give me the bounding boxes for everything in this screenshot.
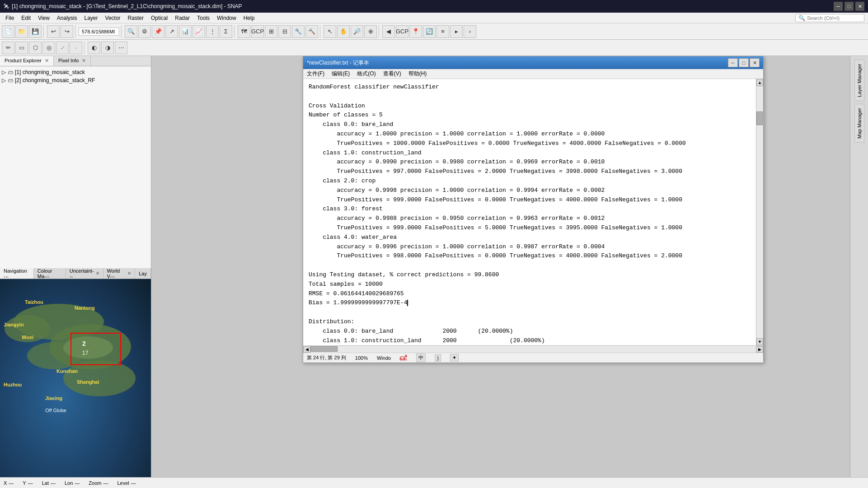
draw-button[interactable]: ✏	[2, 42, 14, 54]
notepad-menu-edit[interactable]: 编辑(E)	[328, 69, 353, 79]
maximize-button[interactable]: □	[845, 2, 854, 11]
band2-button[interactable]: ◑	[101, 42, 114, 54]
menu-radar[interactable]: Radar	[171, 14, 193, 22]
spectrum-button[interactable]: 📈	[192, 25, 205, 38]
grid-button[interactable]: ⊞	[265, 25, 277, 38]
map-area[interactable]: 2 17 Taizhou Nantong Jiangyin Wuxi Kunsh…	[0, 279, 151, 477]
tab-pixel-info-close[interactable]: ✕	[82, 58, 86, 63]
map-tab-world[interactable]: World V--- ✕	[103, 268, 136, 279]
zoom-in-button[interactable]: 🔍	[125, 25, 137, 38]
stats-button[interactable]: Σ	[220, 25, 232, 38]
menu-edit[interactable]: Edit	[18, 14, 34, 22]
map-manager-tab[interactable]: Map Manager	[854, 104, 864, 143]
map-tab-layer[interactable]: Lay	[135, 268, 151, 279]
cursor-button[interactable]: ↖	[324, 25, 336, 38]
band1-button[interactable]: ◐	[88, 42, 100, 54]
line-button[interactable]: ⟋	[56, 42, 69, 54]
scatter-button[interactable]: ⋮	[206, 25, 219, 38]
notepad-scrollbar-vertical[interactable]: ▲ ▼	[756, 79, 763, 345]
undo-button[interactable]: ↩	[47, 25, 60, 38]
menu-vector[interactable]: Vector	[102, 14, 124, 22]
menu-window[interactable]: Window	[213, 14, 240, 22]
minimize-button[interactable]: ─	[834, 2, 843, 11]
notepad-menu-view[interactable]: 查看(V)	[380, 69, 405, 79]
map-tab-navigation[interactable]: Navigation ---	[0, 268, 34, 279]
menu-analysis[interactable]: Analysis	[53, 14, 81, 22]
open-button[interactable]: 📁	[15, 25, 28, 38]
map-tab-uncertainty[interactable]: Uncertaint--- ✕	[66, 268, 103, 279]
notepad-content[interactable]: RandomForest classifier newClassifier Cr…	[303, 79, 756, 345]
poly-button[interactable]: ⬡	[29, 42, 42, 54]
notepad-maximize[interactable]: □	[739, 58, 749, 67]
scroll-right-button[interactable]: ▶	[756, 346, 763, 353]
chart-button[interactable]: 📊	[179, 25, 192, 38]
export-button[interactable]: ↗	[165, 25, 178, 38]
arrow-left-button[interactable]: ◀	[382, 25, 395, 38]
notepad-menu-help[interactable]: 帮助(H)	[405, 69, 431, 79]
scroll-thumb[interactable]	[756, 112, 763, 125]
redo-button[interactable]: ↪	[61, 25, 73, 38]
save-button[interactable]: 💾	[29, 25, 42, 38]
notepad-menu-file[interactable]: 文件(F)	[303, 69, 328, 79]
close-button[interactable]: ✕	[855, 2, 864, 11]
input-mode-half[interactable]: )	[435, 354, 441, 362]
sync-button[interactable]: 🔄	[423, 25, 436, 38]
pin2-button[interactable]: 📍	[409, 25, 422, 38]
input-mode-punc[interactable]: ✦	[450, 354, 459, 362]
tool1-button[interactable]: 🔧	[292, 25, 305, 38]
grid2-button[interactable]: ⊟	[278, 25, 291, 38]
menu-optical[interactable]: Optical	[147, 14, 171, 22]
tree-item-1[interactable]: ▷ 🗃 [1] chongming_mosaic_stack	[2, 68, 149, 76]
magnify-button[interactable]: 🔎	[351, 25, 363, 38]
pin-button[interactable]: 📌	[152, 25, 164, 38]
search-input[interactable]	[807, 15, 861, 21]
tab-pixel-info[interactable]: Pixel Info ✕	[54, 56, 91, 66]
tab-product-explorer-close[interactable]: ✕	[45, 58, 49, 63]
input-mode-zh[interactable]: 中	[416, 353, 426, 362]
map-tab-uncertainty-close[interactable]: ✕	[96, 271, 99, 276]
rect-button[interactable]: ▭	[15, 42, 28, 54]
tree-item-2[interactable]: ▷ 🗃 [2] chongming_mosaic_stack_RF	[2, 76, 149, 84]
menu-help[interactable]: Help	[240, 14, 258, 22]
scroll-track[interactable]	[756, 86, 763, 338]
tool2-button[interactable]: 🔨	[305, 25, 318, 38]
chevron-right[interactable]: ›	[464, 25, 476, 38]
menu-layer[interactable]: Layer	[81, 14, 102, 22]
tab-product-explorer[interactable]: Product Explorer ✕	[0, 56, 54, 66]
circle-button[interactable]: ◎	[42, 42, 55, 54]
zoom-fit-button[interactable]: ⊕	[364, 25, 377, 38]
scroll-up-button[interactable]: ▲	[756, 79, 763, 86]
layer-manager-tab[interactable]: Layer Manager	[854, 60, 864, 101]
menu-raster[interactable]: Raster	[124, 14, 147, 22]
nav-button[interactable]: 🗺	[238, 25, 250, 38]
svg-text:Shanghai: Shanghai	[77, 379, 99, 385]
menu-tools[interactable]: Tools	[193, 14, 213, 22]
scroll-down-button[interactable]: ▼	[756, 338, 763, 345]
map-tab-world-close[interactable]: ✕	[127, 271, 131, 276]
menu-view[interactable]: View	[34, 14, 53, 22]
title-bar-controls[interactable]: ─ □ ✕	[834, 2, 864, 11]
scroll-left-button[interactable]: ◀	[303, 346, 310, 353]
notepad-menu: 文件(F) 编辑(E) 格式(O) 查看(V) 帮助(H)	[303, 69, 763, 79]
app-icon: 🛰	[4, 3, 9, 9]
notepad-minimize[interactable]: ─	[728, 58, 738, 67]
notepad-scrollbar-horizontal[interactable]: ◀ ▶	[303, 345, 763, 353]
new-button[interactable]: 📄	[2, 25, 14, 38]
gcp2-button[interactable]: GCP	[396, 25, 408, 38]
map-tab-colour[interactable]: Colour Ma---	[34, 268, 66, 279]
select-button[interactable]: ⚙	[138, 25, 151, 38]
hscroll-thumb[interactable]	[310, 346, 338, 352]
layers-button[interactable]: ≡	[436, 25, 449, 38]
point-button[interactable]: ·	[70, 42, 82, 54]
band3-button[interactable]: ⋯	[115, 42, 127, 54]
menu-file[interactable]: File	[2, 14, 18, 22]
hscroll-track[interactable]	[310, 346, 756, 353]
more-button[interactable]: ▸	[450, 25, 463, 38]
notepad-title-controls[interactable]: ─ □ ✕	[728, 58, 760, 67]
hand-button[interactable]: ✋	[337, 25, 350, 38]
app-title: [1] chongming_mosaic_stack - [G:\Test_Se…	[12, 3, 242, 9]
notepad-close[interactable]: ✕	[750, 58, 760, 67]
notepad-menu-format[interactable]: 格式(O)	[353, 69, 379, 79]
gcp-button[interactable]: GCP	[251, 25, 264, 38]
app-title-bar: 🛰 [1] chongming_mosaic_stack - [G:\Test_…	[0, 0, 868, 13]
